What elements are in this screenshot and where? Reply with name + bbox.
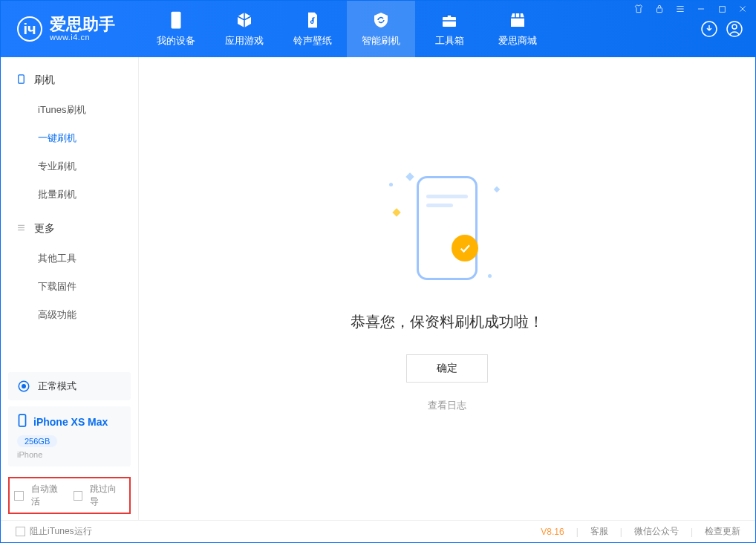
tab-store[interactable]: 爱思商城 xyxy=(483,1,552,57)
svg-rect-8 xyxy=(172,12,181,29)
phone-small-icon xyxy=(17,414,27,429)
tab-label: 智能刷机 xyxy=(362,34,400,48)
sidebar-item-other-tools[interactable]: 其他工具 xyxy=(1,244,138,273)
success-title: 恭喜您，保资料刷机成功啦！ xyxy=(351,312,544,332)
app-subtitle: www.i4.cn xyxy=(50,33,115,42)
sidebar-item-batch-flash[interactable]: 批量刷机 xyxy=(1,181,138,209)
tab-label: 工具箱 xyxy=(435,34,464,48)
tab-label: 我的设备 xyxy=(157,34,195,48)
tab-toolbox[interactable]: 工具箱 xyxy=(415,1,483,57)
sidebar-item-oneclick-flash[interactable]: 一键刷机 xyxy=(1,124,138,152)
sidebar: 刷机 iTunes刷机 一键刷机 专业刷机 批量刷机 更多 其他工具 下载固件 … xyxy=(1,57,139,520)
device-icon xyxy=(16,74,27,87)
device-storage-badge: 256GB xyxy=(17,435,57,447)
footer-check-update-link[interactable]: 检查更新 xyxy=(705,525,740,538)
app-title: 爱思助手 xyxy=(50,16,115,33)
confirm-button[interactable]: 确定 xyxy=(406,354,488,383)
tab-apps-games[interactable]: 应用游戏 xyxy=(210,1,278,57)
sidebar-section-more: 更多 xyxy=(1,216,138,241)
store-icon xyxy=(508,10,527,30)
footer-block-itunes-label: 阻止iTunes运行 xyxy=(30,525,92,538)
tab-my-device[interactable]: 我的设备 xyxy=(142,1,210,57)
menu-icon[interactable] xyxy=(674,3,686,15)
svg-rect-0 xyxy=(657,8,662,13)
close-button[interactable] xyxy=(737,3,749,15)
view-log-link[interactable]: 查看日志 xyxy=(428,399,466,412)
tab-label: 爱思商城 xyxy=(498,34,537,48)
footer: 阻止iTunes运行 V8.16 | 客服 | 微信公众号 | 检查更新 xyxy=(1,520,755,542)
lock-icon[interactable] xyxy=(654,3,665,15)
checkbox-label-auto-activate: 自动激活 xyxy=(31,483,66,508)
main-tabs: 我的设备 应用游戏 铃声壁纸 智能刷机 工具箱 爱思商城 xyxy=(142,1,552,57)
phone-illustration-icon xyxy=(417,176,478,280)
sidebar-section-flash: 刷机 xyxy=(1,68,138,93)
minimize-button[interactable] xyxy=(695,3,707,15)
sidebar-section-label: 刷机 xyxy=(34,74,55,87)
checkbox-row-highlight: 自动激活 跳过向导 xyxy=(8,477,131,514)
device-type-label: iPhone xyxy=(17,450,122,459)
tab-ringtones[interactable]: 铃声壁纸 xyxy=(278,1,347,57)
svg-rect-19 xyxy=(19,414,26,426)
phone-icon xyxy=(166,10,186,30)
download-button[interactable] xyxy=(699,19,720,39)
cube-icon xyxy=(235,10,254,30)
svg-point-18 xyxy=(22,385,26,388)
tab-label: 应用游戏 xyxy=(225,34,264,48)
sidebar-item-download-firmware[interactable]: 下载固件 xyxy=(1,273,138,301)
svg-rect-9 xyxy=(443,17,456,27)
sidebar-item-pro-flash[interactable]: 专业刷机 xyxy=(1,152,138,181)
svg-rect-5 xyxy=(719,6,725,12)
footer-version: V8.16 xyxy=(541,527,564,537)
toolbox-icon xyxy=(440,10,459,30)
footer-support-link[interactable]: 客服 xyxy=(590,525,608,538)
sidebar-section-label: 更多 xyxy=(34,222,55,235)
checkbox-skip-guide[interactable] xyxy=(74,491,83,501)
checkbox-block-itunes[interactable] xyxy=(16,527,25,536)
sidebar-item-itunes-flash[interactable]: iTunes刷机 xyxy=(1,96,138,124)
user-button[interactable] xyxy=(724,19,745,39)
check-badge-icon xyxy=(452,235,478,261)
tab-smart-flash[interactable]: 智能刷机 xyxy=(347,1,415,57)
device-mode-label: 正常模式 xyxy=(38,380,76,393)
device-name-label: iPhone XS Max xyxy=(33,416,108,428)
main-content: 恭喜您，保资料刷机成功啦！ 确定 查看日志 xyxy=(139,57,755,520)
music-file-icon xyxy=(303,10,322,30)
app-logo: iч 爱思助手 www.i4.cn xyxy=(1,1,142,57)
checkbox-label-skip-guide: 跳过向导 xyxy=(90,483,125,508)
footer-wechat-link[interactable]: 微信公众号 xyxy=(634,525,679,538)
window-controls xyxy=(633,3,749,15)
svg-rect-13 xyxy=(19,75,25,83)
checkbox-auto-activate[interactable] xyxy=(14,491,24,501)
tab-label: 铃声壁纸 xyxy=(293,34,332,48)
maximize-button[interactable] xyxy=(716,3,728,15)
shirt-icon[interactable] xyxy=(633,3,645,15)
list-icon xyxy=(16,222,27,235)
device-mode-card[interactable]: 正常模式 xyxy=(8,372,131,400)
refresh-shield-icon xyxy=(371,10,391,30)
device-card[interactable]: iPhone XS Max 256GB iPhone xyxy=(8,406,131,466)
mode-icon xyxy=(17,380,30,393)
logo-icon: iч xyxy=(17,16,42,42)
success-illustration xyxy=(388,165,506,291)
svg-point-12 xyxy=(732,25,737,29)
sidebar-item-advanced[interactable]: 高级功能 xyxy=(1,301,138,329)
